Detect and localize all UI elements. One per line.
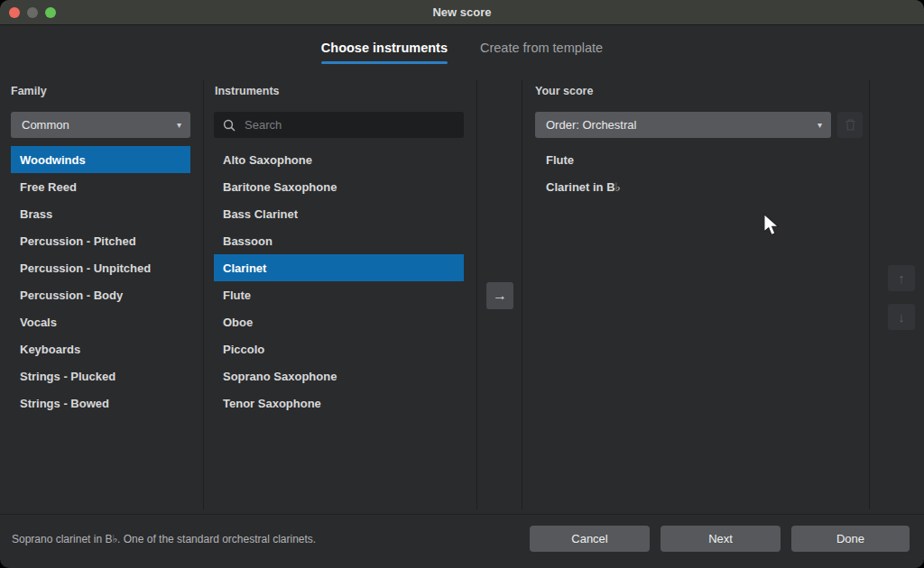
- instrument-item-alto-saxophone[interactable]: Alto Saxophone: [214, 146, 464, 173]
- instruments-list: Alto Saxophone Baritone Saxophone Bass C…: [214, 146, 464, 417]
- order-dropdown[interactable]: Order: Orchestral ▾: [535, 112, 831, 138]
- trash-icon: [845, 118, 856, 132]
- family-item-strings-plucked[interactable]: Strings - Plucked: [11, 362, 190, 389]
- arrow-down-icon: ↓: [898, 309, 905, 325]
- footer-divider: [0, 514, 924, 515]
- family-list: Woodwinds Free Reed Brass Percussion - P…: [11, 146, 190, 417]
- order-dropdown-value: Order: Orchestral: [546, 118, 636, 132]
- instrument-item-tenor-saxophone[interactable]: Tenor Saxophone: [214, 389, 464, 417]
- your-score-panel-label: Your score: [535, 85, 593, 97]
- family-dropdown-value: Common: [22, 118, 69, 132]
- close-window-icon[interactable]: [9, 7, 20, 18]
- instrument-item-piccolo[interactable]: Piccolo: [214, 335, 464, 362]
- panel-divider: [869, 79, 870, 509]
- next-button[interactable]: Next: [661, 526, 781, 552]
- search-input[interactable]: [243, 117, 457, 133]
- instrument-item-bassoon[interactable]: Bassoon: [214, 227, 464, 254]
- new-score-dialog: New score Choose instruments Create from…: [0, 0, 924, 568]
- title-bar: New score: [0, 0, 924, 25]
- family-item-vocals[interactable]: Vocals: [11, 308, 190, 335]
- family-dropdown[interactable]: Common ▾: [11, 112, 190, 138]
- score-item-clarinet-in-bb[interactable]: Clarinet in B♭: [535, 173, 831, 200]
- family-item-free-reed[interactable]: Free Reed: [11, 173, 190, 200]
- arrow-up-icon: ↑: [898, 270, 905, 286]
- tab-choose-instruments[interactable]: Choose instruments: [321, 41, 448, 64]
- family-item-woodwinds[interactable]: Woodwinds: [11, 146, 190, 173]
- add-to-score-button[interactable]: →: [486, 282, 513, 309]
- family-item-keyboards[interactable]: Keyboards: [11, 335, 190, 362]
- tab-create-from-template-label: Create from template: [480, 41, 603, 55]
- search-icon: [223, 119, 236, 132]
- tab-create-from-template[interactable]: Create from template: [480, 41, 603, 64]
- instrument-item-bass-clarinet[interactable]: Bass Clarinet: [214, 200, 464, 227]
- done-button[interactable]: Done: [791, 526, 910, 552]
- family-item-percussion-pitched[interactable]: Percussion - Pitched: [11, 227, 190, 254]
- mouse-cursor: [762, 213, 784, 236]
- instrument-item-clarinet[interactable]: Clarinet: [214, 254, 464, 281]
- score-item-flute[interactable]: Flute: [535, 146, 831, 173]
- instruments-panel-label: Instruments: [215, 85, 280, 97]
- panel-divider: [522, 79, 522, 509]
- instrument-description: Soprano clarinet in B♭. One of the stand…: [12, 533, 316, 545]
- family-panel-label: Family: [11, 85, 47, 97]
- active-tab-underline: [321, 61, 448, 64]
- panel-divider: [203, 79, 204, 509]
- move-up-button[interactable]: ↑: [888, 265, 915, 291]
- move-down-button[interactable]: ↓: [888, 304, 915, 330]
- tab-choose-instruments-label: Choose instruments: [321, 41, 448, 55]
- chevron-down-icon: ▾: [177, 121, 181, 130]
- zoom-window-icon[interactable]: [45, 7, 56, 18]
- minimize-window-icon: [27, 7, 38, 18]
- cancel-button[interactable]: Cancel: [530, 526, 650, 552]
- score-instrument-list: Flute Clarinet in B♭: [535, 146, 831, 200]
- window-title: New score: [0, 0, 924, 25]
- family-item-strings-bowed[interactable]: Strings - Bowed: [11, 389, 190, 417]
- instrument-item-baritone-saxophone[interactable]: Baritone Saxophone: [214, 173, 464, 200]
- arrow-right-icon: →: [493, 288, 507, 304]
- family-item-percussion-body[interactable]: Percussion - Body: [11, 281, 190, 308]
- instrument-item-flute[interactable]: Flute: [214, 281, 464, 308]
- instrument-search-box: [214, 112, 464, 138]
- remove-instrument-button[interactable]: [837, 112, 863, 138]
- chevron-down-icon: ▾: [818, 121, 822, 130]
- panel-divider: [476, 79, 477, 509]
- instrument-item-soprano-saxophone[interactable]: Soprano Saxophone: [214, 362, 464, 389]
- family-item-percussion-unpitched[interactable]: Percussion - Unpitched: [11, 254, 190, 281]
- instrument-item-oboe[interactable]: Oboe: [214, 308, 464, 335]
- family-item-brass[interactable]: Brass: [11, 200, 190, 227]
- dialog-tabs: Choose instruments Create from template: [0, 41, 924, 64]
